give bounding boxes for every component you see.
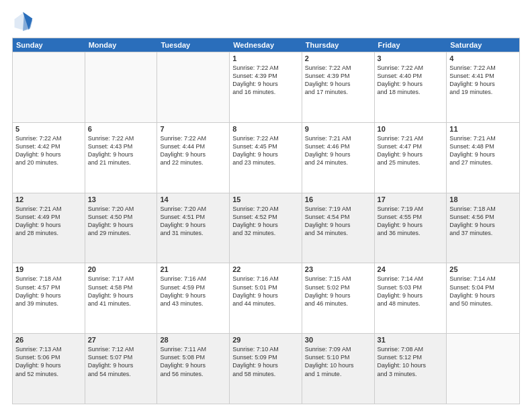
calendar-cell: 23Sunrise: 7:15 AM Sunset: 5:02 PM Dayli… — [302, 263, 375, 333]
calendar-cell: 7Sunrise: 7:22 AM Sunset: 4:44 PM Daylig… — [157, 123, 230, 193]
weekday-header: Saturday — [447, 38, 519, 52]
day-number: 26 — [15, 336, 82, 344]
calendar-cell: 10Sunrise: 7:21 AM Sunset: 4:47 PM Dayli… — [375, 123, 447, 193]
day-number: 29 — [232, 336, 299, 344]
page-header — [12, 11, 520, 32]
cell-info: Sunrise: 7:09 AM Sunset: 5:10 PM Dayligh… — [305, 345, 371, 378]
calendar-cell: 31Sunrise: 7:08 AM Sunset: 5:12 PM Dayli… — [375, 334, 447, 404]
calendar-body: 1Sunrise: 7:22 AM Sunset: 4:39 PM Daylig… — [13, 52, 519, 404]
cell-info: Sunrise: 7:15 AM Sunset: 5:02 PM Dayligh… — [305, 275, 371, 308]
calendar-cell: 25Sunrise: 7:14 AM Sunset: 5:04 PM Dayli… — [447, 263, 519, 333]
day-number: 8 — [232, 125, 299, 133]
cell-info: Sunrise: 7:10 AM Sunset: 5:09 PM Dayligh… — [232, 345, 299, 378]
day-number: 25 — [449, 265, 517, 273]
day-number: 15 — [232, 195, 299, 203]
calendar-row: 19Sunrise: 7:18 AM Sunset: 4:57 PM Dayli… — [13, 263, 519, 333]
cell-info: Sunrise: 7:17 AM Sunset: 4:58 PM Dayligh… — [88, 275, 154, 308]
calendar-cell: 29Sunrise: 7:10 AM Sunset: 5:09 PM Dayli… — [230, 334, 302, 404]
cell-info: Sunrise: 7:22 AM Sunset: 4:45 PM Dayligh… — [232, 134, 299, 167]
day-number: 5 — [15, 125, 82, 133]
cell-info: Sunrise: 7:20 AM Sunset: 4:50 PM Dayligh… — [88, 205, 154, 238]
calendar-cell — [157, 52, 230, 122]
cell-info: Sunrise: 7:11 AM Sunset: 5:08 PM Dayligh… — [160, 345, 226, 378]
calendar-row: 1Sunrise: 7:22 AM Sunset: 4:39 PM Daylig… — [13, 52, 519, 122]
day-number: 19 — [15, 265, 82, 273]
cell-info: Sunrise: 7:13 AM Sunset: 5:06 PM Dayligh… — [15, 345, 82, 378]
day-number: 20 — [88, 265, 154, 273]
cell-info: Sunrise: 7:08 AM Sunset: 5:12 PM Dayligh… — [378, 345, 444, 378]
cell-info: Sunrise: 7:14 AM Sunset: 5:04 PM Dayligh… — [449, 275, 517, 308]
cell-info: Sunrise: 7:20 AM Sunset: 4:52 PM Dayligh… — [232, 205, 299, 238]
logo — [12, 11, 36, 32]
day-number: 1 — [232, 54, 299, 62]
calendar-cell: 28Sunrise: 7:11 AM Sunset: 5:08 PM Dayli… — [157, 334, 230, 404]
day-number: 6 — [88, 125, 154, 133]
calendar-cell: 3Sunrise: 7:22 AM Sunset: 4:40 PM Daylig… — [375, 52, 447, 122]
calendar-row: 12Sunrise: 7:21 AM Sunset: 4:49 PM Dayli… — [13, 193, 519, 263]
cell-info: Sunrise: 7:22 AM Sunset: 4:39 PM Dayligh… — [305, 64, 371, 97]
cell-info: Sunrise: 7:22 AM Sunset: 4:39 PM Dayligh… — [232, 64, 299, 97]
cell-info: Sunrise: 7:21 AM Sunset: 4:47 PM Dayligh… — [378, 134, 444, 167]
day-number: 17 — [378, 195, 444, 203]
day-number: 30 — [305, 336, 371, 344]
calendar-cell — [13, 52, 85, 122]
day-number: 13 — [88, 195, 154, 203]
cell-info: Sunrise: 7:21 AM Sunset: 4:49 PM Dayligh… — [15, 205, 82, 238]
weekday-header: Thursday — [302, 38, 375, 52]
calendar-cell: 27Sunrise: 7:12 AM Sunset: 5:07 PM Dayli… — [85, 334, 158, 404]
calendar-cell: 5Sunrise: 7:22 AM Sunset: 4:42 PM Daylig… — [13, 123, 85, 193]
cell-info: Sunrise: 7:14 AM Sunset: 5:03 PM Dayligh… — [378, 275, 444, 308]
calendar-cell: 22Sunrise: 7:16 AM Sunset: 5:01 PM Dayli… — [230, 263, 302, 333]
logo-icon — [12, 11, 34, 32]
calendar-cell: 1Sunrise: 7:22 AM Sunset: 4:39 PM Daylig… — [230, 52, 302, 122]
day-number: 28 — [160, 336, 226, 344]
cell-info: Sunrise: 7:20 AM Sunset: 4:51 PM Dayligh… — [160, 205, 226, 238]
day-number: 27 — [88, 336, 154, 344]
calendar-cell: 14Sunrise: 7:20 AM Sunset: 4:51 PM Dayli… — [157, 193, 230, 263]
calendar-cell: 13Sunrise: 7:20 AM Sunset: 4:50 PM Dayli… — [85, 193, 158, 263]
day-number: 21 — [160, 265, 226, 273]
day-number: 11 — [449, 125, 517, 133]
weekday-header: Monday — [85, 38, 158, 52]
cell-info: Sunrise: 7:21 AM Sunset: 4:46 PM Dayligh… — [305, 134, 371, 167]
calendar-cell: 11Sunrise: 7:21 AM Sunset: 4:48 PM Dayli… — [447, 123, 519, 193]
day-number: 2 — [305, 54, 371, 62]
calendar-header: SundayMondayTuesdayWednesdayThursdayFrid… — [13, 38, 519, 52]
calendar-cell: 12Sunrise: 7:21 AM Sunset: 4:49 PM Dayli… — [13, 193, 85, 263]
day-number: 14 — [160, 195, 226, 203]
calendar-cell: 21Sunrise: 7:16 AM Sunset: 4:59 PM Dayli… — [157, 263, 230, 333]
calendar-cell: 4Sunrise: 7:22 AM Sunset: 4:41 PM Daylig… — [447, 52, 519, 122]
calendar-cell: 9Sunrise: 7:21 AM Sunset: 4:46 PM Daylig… — [302, 123, 375, 193]
calendar-row: 26Sunrise: 7:13 AM Sunset: 5:06 PM Dayli… — [13, 333, 519, 404]
calendar-cell: 19Sunrise: 7:18 AM Sunset: 4:57 PM Dayli… — [13, 263, 85, 333]
weekday-header: Wednesday — [230, 38, 302, 52]
cell-info: Sunrise: 7:22 AM Sunset: 4:41 PM Dayligh… — [449, 64, 517, 97]
cell-info: Sunrise: 7:22 AM Sunset: 4:44 PM Dayligh… — [160, 134, 226, 167]
calendar-cell: 17Sunrise: 7:19 AM Sunset: 4:55 PM Dayli… — [375, 193, 447, 263]
calendar-cell — [85, 52, 158, 122]
day-number: 18 — [449, 195, 517, 203]
calendar-cell: 26Sunrise: 7:13 AM Sunset: 5:06 PM Dayli… — [13, 334, 85, 404]
day-number: 22 — [232, 265, 299, 273]
calendar-cell: 16Sunrise: 7:19 AM Sunset: 4:54 PM Dayli… — [302, 193, 375, 263]
weekday-header: Tuesday — [157, 38, 230, 52]
day-number: 9 — [305, 125, 371, 133]
calendar-cell: 8Sunrise: 7:22 AM Sunset: 4:45 PM Daylig… — [230, 123, 302, 193]
day-number: 7 — [160, 125, 226, 133]
cell-info: Sunrise: 7:21 AM Sunset: 4:48 PM Dayligh… — [449, 134, 517, 167]
day-number: 12 — [15, 195, 82, 203]
day-number: 23 — [305, 265, 371, 273]
cell-info: Sunrise: 7:22 AM Sunset: 4:42 PM Dayligh… — [15, 134, 82, 167]
weekday-header: Friday — [375, 38, 447, 52]
cell-info: Sunrise: 7:16 AM Sunset: 4:59 PM Dayligh… — [160, 275, 226, 308]
cell-info: Sunrise: 7:22 AM Sunset: 4:43 PM Dayligh… — [88, 134, 154, 167]
cell-info: Sunrise: 7:18 AM Sunset: 4:56 PM Dayligh… — [449, 205, 517, 238]
calendar-cell — [447, 334, 519, 404]
calendar-cell: 20Sunrise: 7:17 AM Sunset: 4:58 PM Dayli… — [85, 263, 158, 333]
day-number: 10 — [378, 125, 444, 133]
calendar-cell: 30Sunrise: 7:09 AM Sunset: 5:10 PM Dayli… — [302, 334, 375, 404]
weekday-header: Sunday — [13, 38, 85, 52]
calendar-cell: 18Sunrise: 7:18 AM Sunset: 4:56 PM Dayli… — [447, 193, 519, 263]
calendar-row: 5Sunrise: 7:22 AM Sunset: 4:42 PM Daylig… — [13, 122, 519, 193]
calendar: SundayMondayTuesdayWednesdayThursdayFrid… — [12, 38, 520, 404]
